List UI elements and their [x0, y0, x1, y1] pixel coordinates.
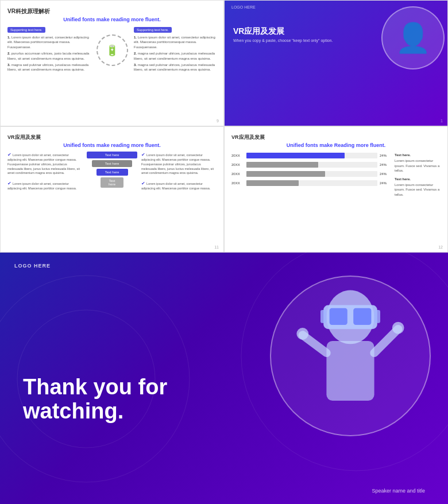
thank-you-text: Thank you for watching.	[23, 375, 167, 424]
bar-track-3	[246, 171, 377, 177]
bar-row-3: 20XX 24%	[231, 171, 390, 177]
circle-diagram: 🔋	[96, 34, 128, 66]
bar-fill-1	[246, 153, 345, 158]
slide-1-content: Supporting text here. 1. Lorem ipsum dol…	[7, 27, 217, 74]
thank-line-2: watching.	[23, 400, 167, 424]
slide-1-center: 🔋	[95, 27, 129, 74]
bar-row-2: 20XX 24%	[231, 162, 390, 168]
check-icon-3: ✔	[141, 152, 145, 157]
support-box-left: Supporting text here.	[7, 27, 45, 33]
slide-2: LOGO HERE VR应用及发展 When you copy & paste,…	[224, 0, 448, 126]
slide-2-logo: LOGO HERE	[231, 5, 256, 9]
check-icon-2: ✔	[7, 181, 11, 186]
bottom-vr-circle	[270, 276, 431, 436]
tri-bar-1: Text here	[87, 152, 137, 158]
bar-pct-1: 24%	[380, 154, 390, 157]
bar-track-2	[246, 162, 377, 168]
speaker-name: Speaker name and title	[372, 488, 425, 494]
tri-bar-3: Text here	[96, 169, 128, 176]
legend-body-1: Lorem ipsum consectetur ipsum. Fusce sed…	[395, 158, 441, 173]
slide-4-title: VR应用及发展	[231, 134, 441, 141]
slide-num-3: 11	[214, 245, 219, 249]
bar-pct-4: 24%	[380, 181, 390, 185]
slide-4: VR应用及发展 Unified fonts make Reading more …	[224, 126, 448, 253]
bar-row-4: 20XX 24%	[231, 180, 390, 186]
list-item-3: 3. magna sed pulvinar ultrices, juruslac…	[7, 63, 90, 72]
slide-num-2: 1	[441, 119, 443, 123]
slide-1: VR科技原理解析 Unified fonts make reading more…	[0, 0, 224, 126]
list-item-2: 2. pururlus accumsan ultrices, justo lac…	[7, 51, 90, 61]
bar-track-1	[246, 153, 377, 158]
slide-2-vr-circle: 👤	[381, 6, 445, 69]
slide-3-title: VR应用及发展	[7, 134, 217, 141]
support-box-right: Supporting text here.	[134, 27, 172, 33]
slide-3: VR应用及发展 Unified fonts make reading more …	[0, 126, 224, 253]
tri-bar-2: Text here	[92, 160, 132, 167]
thank-line-1: Thank you for	[23, 375, 167, 400]
triangle-col-right: ✔Lorem ipsum dolor sit amet, consectetur…	[141, 152, 217, 191]
slide-num-4: 12	[438, 245, 443, 249]
svg-point-13	[392, 322, 404, 334]
svg-rect-8	[320, 310, 326, 323]
vr-person-icon: 👤	[395, 21, 431, 55]
bar-pct-2: 24%	[380, 163, 390, 166]
bar-chart: 20XX 24% 20XX 24% 20XX	[231, 153, 390, 197]
bar-row-1: 20XX 24%	[231, 153, 390, 158]
bar-pct-3: 24%	[380, 172, 390, 176]
slide-1-col-right: Supporting text here. 1. Lorem ipsum dol…	[134, 27, 217, 74]
svg-rect-9	[374, 310, 380, 323]
slide-bottom: LOGO HERE Thank you for watching. Speake…	[0, 253, 448, 504]
tri-bar-4: Text here	[101, 177, 123, 188]
bar-track-4	[246, 180, 377, 186]
list-item-1: 1. Lorem ipsum dolor sit amet, consectet…	[7, 35, 90, 49]
svg-point-12	[296, 328, 308, 340]
slide-3-subtitle: Unified fonts make reading more fluent.	[7, 142, 217, 148]
slide-1-title: VR科技原理解析	[7, 7, 217, 15]
check-icon-4: ✔	[141, 181, 145, 186]
bottom-logo: LOGO HERE	[14, 263, 51, 269]
svg-rect-7	[353, 308, 371, 325]
bar-year-2: 20XX	[231, 163, 244, 166]
list-item-r3: 3. magna sed pulvinar ultrices, juruslac…	[134, 63, 217, 72]
list-item-r1: 1. Lorem ipsum dolor sit amet, consectet…	[134, 35, 217, 49]
vr-person-svg	[281, 281, 419, 431]
bar-fill-3	[246, 171, 325, 177]
svg-rect-4	[326, 341, 374, 401]
list-item-r2: 2. magna sed pulvinar ultrices, juruslac…	[134, 51, 217, 61]
chart-area: 20XX 24% 20XX 24% 20XX	[231, 153, 441, 197]
bar-year-1: 20XX	[231, 154, 244, 157]
bar-year-4: 20XX	[231, 181, 244, 185]
bar-fill-2	[246, 162, 318, 168]
bar-fill-4	[246, 180, 299, 186]
battery-icon: 🔋	[106, 44, 118, 57]
check-icon-1: ✔	[7, 152, 11, 157]
legend-title-1: Text here.	[395, 153, 441, 157]
slide-grid: VR科技原理解析 Unified fonts make reading more…	[0, 0, 448, 253]
slide-1-subtitle: Unified fonts make reading more fluent.	[7, 17, 217, 22]
slide-4-subtitle: Unified fonts make Reading more fluent.	[231, 142, 441, 148]
triangle-bars: Text here Text here Text here Text here	[86, 152, 138, 188]
slide-1-col-left: Supporting text here. 1. Lorem ipsum dol…	[7, 27, 90, 74]
svg-rect-6	[330, 308, 347, 325]
triangle-diagram: ✔Lorem ipsum dolor sit amet, consectetur…	[7, 152, 217, 191]
slide-num-1: 9	[217, 119, 219, 123]
legend-title-2: Text here.	[395, 177, 441, 181]
bar-year-3: 20XX	[231, 172, 244, 176]
legend-body-2: Lorem ipsum consectetur ipsum. Fusce sed…	[395, 183, 441, 197]
chart-legend: Text here. Lorem ipsum consectetur ipsum…	[395, 153, 441, 197]
triangle-col-left: ✔Lorem ipsum dolor sit amet, consectetur…	[7, 152, 83, 191]
